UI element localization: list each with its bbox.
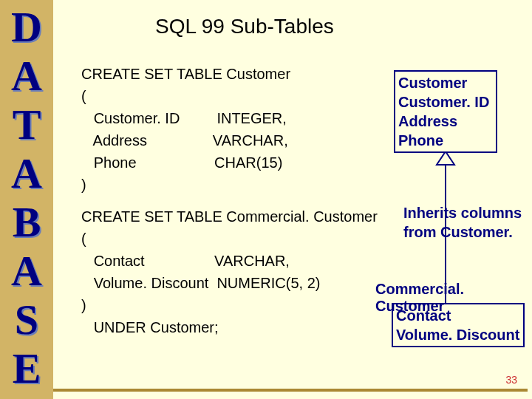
entity-row: Customer. ID [398,92,493,112]
entity-box-customer: Customer Customer. ID Address Phone [394,70,497,153]
sidebar-letter: A [11,149,42,198]
sidebar-letter: B [13,198,41,247]
sidebar-letter: D [11,3,42,52]
entity-title: Customer [398,73,493,92]
entity-box-commercial-customer: Contact Volume. Discount [392,303,525,347]
sidebar: D A T A B A S E [0,0,53,399]
entity-row: Phone [398,131,493,150]
sidebar-letter: A [11,247,42,296]
slide-title: SQL 99 Sub-Tables [155,15,334,38]
sidebar-letter: T [13,100,41,149]
page-number: 33 [505,374,517,386]
sidebar-letter: S [15,296,38,344]
entity-row: Contact [396,306,520,325]
sql-block-customer: CREATE SET TABLE Customer ( Customer. ID… [81,63,290,196]
sql-block-commercial-customer: CREATE SET TABLE Commercial. Customer ( … [81,205,378,338]
sidebar-letter: A [11,52,42,100]
inherits-note: Inherits columns from Customer. [403,203,522,242]
footer-divider [53,389,528,392]
entity-row: Volume. Discount [396,325,520,344]
entity-row: Address [398,112,493,131]
sidebar-letter: E [13,344,41,393]
svg-marker-1 [437,151,454,165]
